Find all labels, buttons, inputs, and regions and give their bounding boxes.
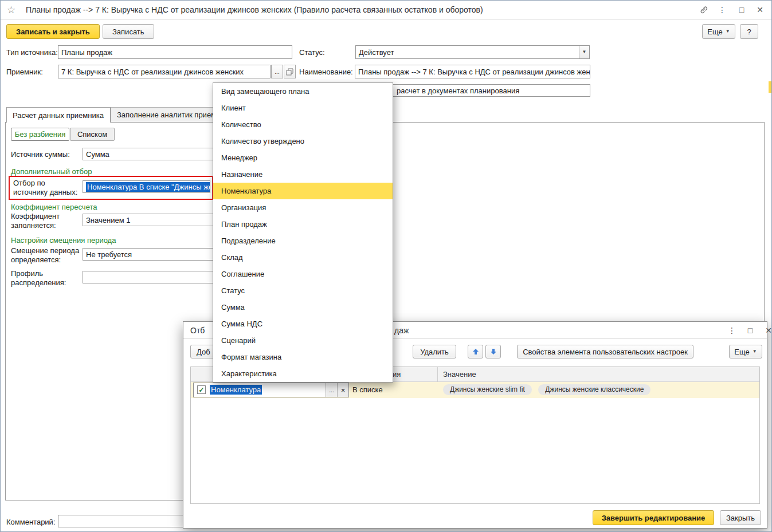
name-input[interactable]: Планы продаж --> 7 К: Выручка с НДС от р… [355,65,590,78]
menu-item[interactable]: Вид замещающего плана [213,83,393,100]
header-condition-fragment: ия [393,370,401,379]
status-dropdown-button[interactable]: ▼ [579,46,589,58]
check-icon: ✓ [198,386,204,394]
filter-label-line2: источнику данных: [13,188,77,197]
field-choice-menu: Вид замещающего плана Клиент Количество … [213,82,393,383]
filter-by-source-selected-value: Номенклатура В списке "Джинсы же [86,182,210,192]
window-menu-icon[interactable]: ⋮ [715,3,730,16]
coefficient-value: Значением 1 [86,216,130,224]
field-value-wrap: Номенклатура [210,385,262,394]
scroll-marker [769,81,771,93]
sum-source-label: Источник суммы: [11,150,70,159]
menu-item[interactable]: Менеджер [213,149,393,166]
menu-item[interactable]: Назначение [213,166,393,183]
app-window: ☆ Планы продаж --> 7 К: Выручка с НДС от… [0,0,772,532]
menu-item[interactable]: Соглашение [213,266,393,282]
maximize-icon[interactable]: □ [734,3,749,16]
menu-item[interactable]: Клиент [213,100,393,116]
copy-link-icon[interactable] [696,3,711,16]
row-checkbox[interactable]: ✓ [197,385,206,394]
name-value: Планы продаж --> 7 К: Выручка с НДС от р… [358,68,590,76]
open-icon [286,68,293,76]
status-value: Действует [359,48,394,57]
field-clear-button[interactable]: × [337,383,348,397]
more-button[interactable]: Еще ▼ [702,24,735,39]
help-button[interactable]: ? [740,24,758,39]
menu-item[interactable]: Количество утверждено [213,133,393,149]
menu-item[interactable]: Сумма [213,299,393,316]
group-coefficient: Коэффициент пересчета [11,203,97,211]
filter-by-source-input[interactable]: Номенклатура В списке "Джинсы же [83,180,210,193]
sum-source-input[interactable]: Сумма [83,148,221,160]
menu-item[interactable]: Характеристика [213,365,393,382]
value-chip: Джинсы женские slim fit [443,384,532,395]
window-title: Планы продаж --> 7 К: Выручка с НДС от р… [26,5,483,14]
menu-item[interactable]: Количество [213,116,393,133]
value-chip: Джинсы женские классические [538,384,650,395]
segment-no-split-button[interactable]: Без разбиения [11,128,69,141]
tab-label: Расчет данных приемника [13,111,104,120]
save-and-close-button[interactable]: Записать и закрыть [6,24,100,39]
menu-item[interactable]: Формат магазина [213,349,393,365]
menu-item[interactable]: План продаж [213,216,393,232]
status-label: Статус: [299,48,325,57]
receiver-open-button[interactable] [284,65,296,78]
menu-item[interactable]: Сумма НДС [213,316,393,332]
field-edit-cell[interactable]: ✓ Номенклатура ... × [193,383,349,397]
arrow-down-icon [490,348,497,355]
dialog-menu-icon[interactable]: ⋮ [724,324,739,337]
source-type-label: Тип источника: [6,48,58,57]
dialog-maximize-icon[interactable]: □ [743,324,758,337]
group-period-shift: Настройки смещения периода [11,236,116,245]
coefficient-label-line1: Коэффициент [11,212,60,221]
chevron-down-icon: ▼ [582,50,587,54]
tab-receiver-data-calc[interactable]: Расчет данных приемника [6,107,111,123]
finish-editing-button[interactable]: Завершить редактирование [593,510,714,525]
tab-analytics-fill[interactable]: Заполнение аналитик прием [111,107,217,123]
menu-item[interactable]: Сценарий [213,332,393,349]
dialog-close-icon[interactable]: ✕ [761,324,772,337]
status-combobox[interactable]: Действует ▼ [355,45,590,59]
arrow-up-icon [472,348,479,355]
field-selected-value: Номенклатура [210,385,262,395]
distribution-profile-label-line2: распределения: [11,278,66,287]
link-icon-glyph [699,5,708,14]
menu-item[interactable]: Статус [213,282,393,299]
period-shift-label: Смещение периода определяется: [11,246,79,265]
dialog-title-fragment-right: даж [394,326,409,335]
group-additional-filter: Дополнительный отбор [11,167,92,176]
filter-table-row[interactable]: ✓ Номенклатура ... × В списке Джинсы жен… [191,382,759,398]
dialog-close-button[interactable]: Закрыть [720,510,761,525]
menu-item[interactable]: Организация [213,199,393,216]
favorite-star-icon[interactable]: ☆ [7,4,15,16]
period-shift-value: Не требуется [86,250,132,259]
move-down-button[interactable] [485,345,501,358]
period-shift-input[interactable]: Не требуется [83,248,221,261]
save-button[interactable]: Записать [103,24,154,39]
header-value: Значение [443,370,476,379]
delete-button[interactable]: Удалить [413,345,456,358]
move-up-button[interactable] [468,345,483,358]
title-bar: ☆ Планы продаж --> 7 К: Выручка с НДС от… [1,1,771,19]
close-icon[interactable]: ✕ [753,3,767,16]
receiver-input[interactable]: 7 К: Выручка с НДС от реализации джинсов… [58,65,271,78]
menu-item[interactable]: Склад [213,249,393,266]
distribution-profile-input[interactable] [83,271,221,283]
dialog-more-button[interactable]: Еще ▼ [729,345,762,358]
receiver-select-button[interactable]: ... [271,65,283,78]
field-select-button[interactable]: ... [326,383,337,397]
user-settings-properties-button[interactable]: Свойства элемента пользовательских настр… [517,345,693,358]
source-type-input[interactable]: Планы продаж [58,45,292,59]
filter-label: Отбор по источнику данных: [13,179,77,197]
coefficient-input[interactable]: Значением 1 [83,214,221,226]
menu-item-selected[interactable]: Номенклатура [213,183,393,199]
comment-label: Комментарий: [6,518,56,526]
column-divider [437,367,438,382]
chevron-down-icon: ▼ [753,349,757,354]
segment-list-button[interactable]: Списком [70,128,115,141]
condition-cell: В списке [352,385,383,394]
name-label: Наименование: [299,68,353,76]
receiver-value: 7 К: Выручка с НДС от реализации джинсов… [61,68,244,76]
more-label: Еще [707,27,722,36]
menu-item[interactable]: Подразделение [213,232,393,249]
